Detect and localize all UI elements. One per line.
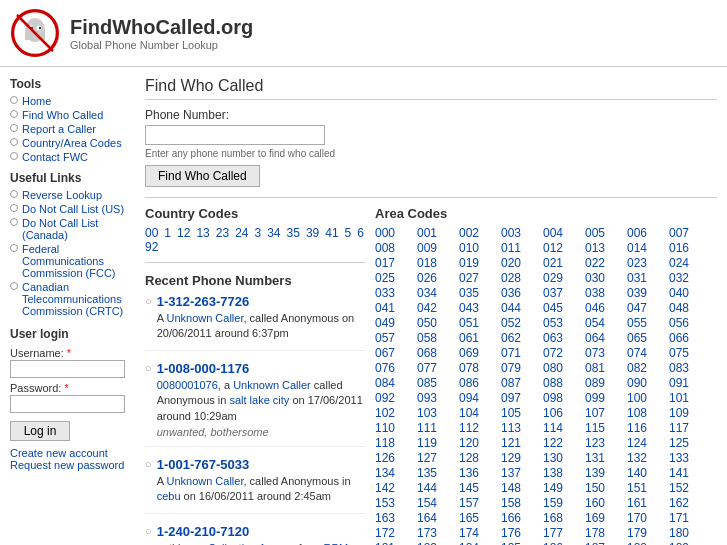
area-code-link[interactable]: 157 <box>459 496 487 510</box>
area-code-link[interactable]: 046 <box>585 301 613 315</box>
area-code-link[interactable]: 002 <box>459 226 487 240</box>
area-code-link[interactable]: 180 <box>669 526 697 540</box>
sidebar-item-dncus[interactable]: Do Not Call List (US) <box>10 203 125 215</box>
area-code-link[interactable]: 112 <box>459 421 487 435</box>
area-code-link[interactable]: 014 <box>627 241 655 255</box>
area-code-link[interactable]: 137 <box>501 466 529 480</box>
area-code-link[interactable]: 025 <box>375 271 403 285</box>
country-code-link[interactable]: 39 <box>306 226 319 240</box>
area-code-link[interactable]: 114 <box>543 421 571 435</box>
area-code-link[interactable]: 176 <box>501 526 529 540</box>
area-code-link[interactable]: 061 <box>459 331 487 345</box>
area-code-link[interactable]: 013 <box>585 241 613 255</box>
area-code-link[interactable]: 092 <box>375 391 403 405</box>
area-code-link[interactable]: 082 <box>627 361 655 375</box>
area-code-link[interactable]: 115 <box>585 421 613 435</box>
area-code-link[interactable]: 072 <box>543 346 571 360</box>
area-code-link[interactable]: 107 <box>585 406 613 420</box>
area-code-link[interactable]: 160 <box>585 496 613 510</box>
sidebar-link-fcc[interactable]: Federal Communications Commission (FCC) <box>22 243 125 279</box>
sidebar-item-reverse[interactable]: Reverse Lookup <box>10 189 125 201</box>
area-code-link[interactable]: 098 <box>543 391 571 405</box>
sidebar-item-home[interactable]: Home <box>10 95 125 107</box>
area-code-link[interactable]: 139 <box>585 466 613 480</box>
area-code-link[interactable]: 134 <box>375 466 403 480</box>
sidebar-item-report[interactable]: Report a Caller <box>10 123 125 135</box>
area-code-link[interactable]: 166 <box>501 511 529 525</box>
area-code-link[interactable]: 113 <box>501 421 529 435</box>
area-code-link[interactable]: 041 <box>375 301 403 315</box>
area-code-link[interactable]: 033 <box>375 286 403 300</box>
area-code-link[interactable]: 163 <box>375 511 403 525</box>
area-code-link[interactable]: 006 <box>627 226 655 240</box>
country-code-link[interactable]: 5 <box>345 226 352 240</box>
area-code-link[interactable]: 057 <box>375 331 403 345</box>
area-code-link[interactable]: 094 <box>459 391 487 405</box>
area-code-link[interactable]: 111 <box>417 421 445 435</box>
area-code-link[interactable]: 078 <box>459 361 487 375</box>
area-code-link[interactable]: 178 <box>585 526 613 540</box>
area-code-link[interactable]: 022 <box>585 256 613 270</box>
country-code-link[interactable]: 00 <box>145 226 158 240</box>
area-code-link[interactable]: 097 <box>501 391 529 405</box>
area-code-link[interactable]: 150 <box>585 481 613 495</box>
area-code-link[interactable]: 087 <box>501 376 529 390</box>
area-code-link[interactable]: 187 <box>585 541 613 545</box>
area-code-link[interactable]: 133 <box>669 451 697 465</box>
area-code-link[interactable]: 099 <box>585 391 613 405</box>
area-code-link[interactable]: 126 <box>375 451 403 465</box>
area-code-link[interactable]: 104 <box>459 406 487 420</box>
area-code-link[interactable]: 188 <box>627 541 655 545</box>
area-code-link[interactable]: 089 <box>585 376 613 390</box>
area-code-link[interactable]: 170 <box>627 511 655 525</box>
country-code-link[interactable]: 13 <box>196 226 209 240</box>
area-code-link[interactable]: 140 <box>627 466 655 480</box>
area-code-link[interactable]: 065 <box>627 331 655 345</box>
recent-number[interactable]: 1-001-767-5033 <box>157 457 250 472</box>
area-code-link[interactable]: 148 <box>501 481 529 495</box>
area-code-link[interactable]: 131 <box>585 451 613 465</box>
area-code-link[interactable]: 093 <box>417 391 445 405</box>
sidebar-link-reverse[interactable]: Reverse Lookup <box>22 189 102 201</box>
sidebar-link-find[interactable]: Find Who Called <box>22 109 103 121</box>
area-code-link[interactable]: 062 <box>501 331 529 345</box>
area-code-link[interactable]: 047 <box>627 301 655 315</box>
area-code-link[interactable]: 144 <box>417 481 445 495</box>
area-code-link[interactable]: 044 <box>501 301 529 315</box>
area-code-link[interactable]: 181 <box>375 541 403 545</box>
area-code-link[interactable]: 151 <box>627 481 655 495</box>
area-code-link[interactable]: 019 <box>459 256 487 270</box>
country-code-link[interactable]: 6 <box>357 226 364 240</box>
area-code-link[interactable]: 138 <box>543 466 571 480</box>
area-code-link[interactable]: 121 <box>501 436 529 450</box>
area-code-link[interactable]: 039 <box>627 286 655 300</box>
area-code-link[interactable]: 124 <box>627 436 655 450</box>
area-code-link[interactable]: 090 <box>627 376 655 390</box>
area-code-link[interactable]: 074 <box>627 346 655 360</box>
area-code-link[interactable]: 101 <box>669 391 697 405</box>
area-code-link[interactable]: 088 <box>543 376 571 390</box>
area-code-link[interactable]: 075 <box>669 346 697 360</box>
area-code-link[interactable]: 136 <box>459 466 487 480</box>
area-code-link[interactable]: 080 <box>543 361 571 375</box>
area-code-link[interactable]: 183 <box>417 541 445 545</box>
area-code-link[interactable]: 165 <box>459 511 487 525</box>
country-code-link[interactable]: 92 <box>145 240 158 254</box>
area-code-link[interactable]: 066 <box>669 331 697 345</box>
area-code-link[interactable]: 127 <box>417 451 445 465</box>
country-code-link[interactable]: 12 <box>177 226 190 240</box>
area-code-link[interactable]: 116 <box>627 421 655 435</box>
area-code-link[interactable]: 053 <box>543 316 571 330</box>
area-code-link[interactable]: 034 <box>417 286 445 300</box>
area-code-link[interactable]: 045 <box>543 301 571 315</box>
area-code-link[interactable]: 067 <box>375 346 403 360</box>
country-code-link[interactable]: 3 <box>254 226 261 240</box>
sidebar-link-contact[interactable]: Contact FWC <box>22 151 88 163</box>
area-code-link[interactable]: 189 <box>669 541 697 545</box>
area-code-link[interactable]: 102 <box>375 406 403 420</box>
area-code-link[interactable]: 106 <box>543 406 571 420</box>
area-code-link[interactable]: 021 <box>543 256 571 270</box>
area-code-link[interactable]: 135 <box>417 466 445 480</box>
area-code-link[interactable]: 129 <box>501 451 529 465</box>
country-code-link[interactable]: 41 <box>325 226 338 240</box>
